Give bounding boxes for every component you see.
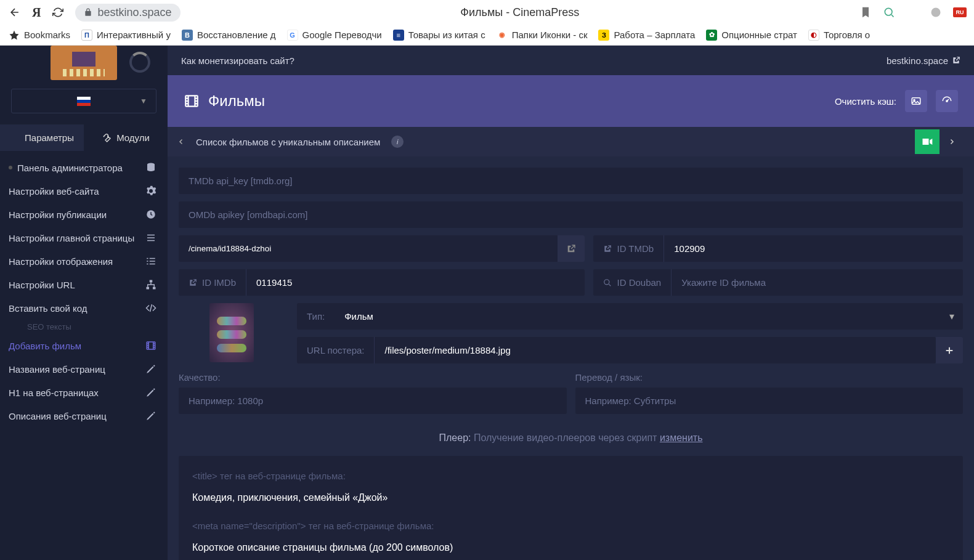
bookmarks-root[interactable]: Bookmarks: [9, 30, 70, 41]
loading-spinner-icon: [129, 52, 150, 73]
language-select[interactable]: ▼: [11, 89, 156, 113]
reload-button[interactable]: [51, 5, 65, 20]
type-label: Тип:: [297, 303, 335, 330]
lines-icon: [145, 256, 156, 267]
bookmark-item[interactable]: ЗРабота – Зарплата: [598, 30, 695, 41]
external-link-icon: [189, 278, 197, 287]
id-tmdb-input[interactable]: [664, 235, 963, 262]
breadcrumb-next[interactable]: [940, 129, 964, 154]
sidebar-item-home-settings[interactable]: Настройки главной страницы: [0, 226, 168, 250]
pencil-icon: [145, 387, 156, 398]
cache-speed-button[interactable]: [936, 90, 958, 112]
quality-input[interactable]: [179, 388, 567, 414]
sidebar-item-url-settings[interactable]: Настройки URL: [0, 273, 168, 296]
info-icon[interactable]: i: [391, 136, 404, 148]
pencil-icon: [145, 363, 156, 375]
player-change-link[interactable]: изменить: [660, 432, 703, 443]
id-imdb-input[interactable]: [246, 269, 585, 296]
bookmark-item[interactable]: ПИнтерактивный у: [81, 30, 171, 41]
tab-params[interactable]: Параметры: [0, 124, 84, 151]
browser-toolbar: Я bestkino.space Фильмы - CinemaPress RU: [0, 0, 974, 25]
sidebar-item-admin-panel[interactable]: Панель администратора: [0, 156, 168, 179]
svg-rect-6: [153, 287, 156, 290]
svg-point-1: [931, 8, 941, 17]
external-link-icon: [952, 56, 960, 65]
movie-url-input[interactable]: [179, 235, 558, 262]
poster-thumbnail[interactable]: [209, 303, 254, 362]
translate-label: Перевод / язык:: [575, 372, 964, 383]
plus-icon: [944, 346, 954, 355]
add-poster-button[interactable]: [936, 337, 963, 363]
type-select[interactable]: Фильм: [335, 303, 963, 330]
clock-icon: [145, 209, 156, 220]
tab-modules[interactable]: Модули: [84, 124, 168, 151]
bookmark-item[interactable]: ВВосстановление д: [182, 30, 276, 41]
image-icon: [911, 95, 922, 107]
sidebar-item-site-settings[interactable]: Настройки веб-сайта: [0, 179, 168, 203]
svg-point-12: [604, 279, 609, 284]
address-bar[interactable]: bestkino.space: [75, 4, 180, 22]
logo[interactable]: [0, 46, 168, 80]
tmdb-api-input[interactable]: [179, 168, 963, 194]
id-douban-input[interactable]: [671, 269, 963, 296]
yandex-logo[interactable]: Я: [32, 6, 41, 20]
list-icon: [145, 232, 156, 243]
external-link-icon: [566, 244, 576, 254]
wrench-icon: [102, 133, 112, 143]
pencil-icon: [145, 410, 156, 421]
bookmark-item[interactable]: ◐Торговля о: [808, 30, 870, 41]
poster-url-input[interactable]: [374, 337, 936, 363]
sidebar-item-h1[interactable]: H1 на веб-страницах: [0, 381, 168, 404]
code-icon: [145, 302, 156, 314]
meta-desc-value[interactable]: Короткое описание страницы фильма (до 20…: [192, 542, 949, 553]
lock-icon: [84, 8, 92, 17]
profile-icon[interactable]: [930, 6, 942, 18]
sidebar: ▼ Параметры Модули Панель администратора…: [0, 46, 168, 560]
breadcrumb-text: Список фильмов с уникальным описанием: [196, 137, 380, 147]
film-icon: [184, 93, 200, 109]
site-link[interactable]: bestkino.space: [887, 55, 960, 66]
cache-label: Очистить кэш:: [835, 96, 896, 107]
speedometer-icon: [941, 95, 952, 107]
svg-rect-4: [150, 280, 153, 283]
sidebar-item-page-titles[interactable]: Названия веб-страниц: [0, 357, 168, 381]
download-icon[interactable]: [906, 6, 919, 18]
flag-ru-icon: [77, 97, 91, 106]
bookmark-item[interactable]: GGoogle Переводчи: [287, 30, 382, 41]
cache-images-button[interactable]: [905, 90, 927, 112]
form-area: ID TMDb ID IMDb ID Douban Тип:: [168, 156, 974, 560]
id-imdb-label: ID IMDb: [179, 269, 246, 296]
sidebar-item-add-movie[interactable]: Добавить фильм: [0, 334, 168, 357]
svg-point-11: [946, 100, 948, 102]
id-tmdb-label: ID TMDb: [593, 235, 664, 262]
bookmark-item[interactable]: ✿Опционные страт: [706, 30, 797, 41]
search-ext-icon[interactable]: [883, 6, 895, 18]
id-douban-label: ID Douban: [593, 269, 671, 296]
bookmark-item[interactable]: ≡Товары из китая с: [393, 30, 485, 41]
video-button[interactable]: [915, 129, 940, 154]
back-button[interactable]: [7, 5, 22, 20]
bookmarks-bar: Bookmarks ПИнтерактивный у ВВосстановлен…: [0, 25, 974, 46]
open-url-button[interactable]: [558, 235, 585, 262]
search-icon: [603, 278, 612, 287]
sidebar-item-insert-code[interactable]: Вставить свой код: [0, 296, 168, 320]
database-icon: [145, 162, 156, 173]
lang-badge-icon[interactable]: RU: [953, 7, 967, 17]
sidebar-item-publish-settings[interactable]: Настройки публикации: [0, 203, 168, 226]
address-text: bestkino.space: [97, 6, 171, 19]
monetize-link[interactable]: Как монетизировать сайт?: [181, 55, 294, 66]
topbar: Как монетизировать сайт? bestkino.space: [168, 46, 974, 75]
breadcrumb-back[interactable]: [177, 136, 185, 147]
bookmark-item[interactable]: ◉Папки Иконки - ск: [497, 30, 588, 41]
svg-point-0: [885, 8, 892, 15]
svg-rect-5: [147, 287, 150, 290]
omdb-api-input[interactable]: [179, 201, 963, 228]
page-title: Фильмы: [208, 92, 265, 110]
gear-icon: [145, 185, 156, 197]
sidebar-item-descriptions[interactable]: Описания веб-страниц: [0, 404, 168, 428]
sidebar-item-display-settings[interactable]: Настройки отображения: [0, 250, 168, 273]
title-tag-value[interactable]: Комедия, приключения, семейный «Джой»: [192, 492, 949, 503]
translate-input[interactable]: [575, 388, 964, 414]
player-row: Плеер: Получение видео-плееров через скр…: [179, 423, 963, 456]
bookmark-flag-icon[interactable]: [859, 6, 872, 18]
